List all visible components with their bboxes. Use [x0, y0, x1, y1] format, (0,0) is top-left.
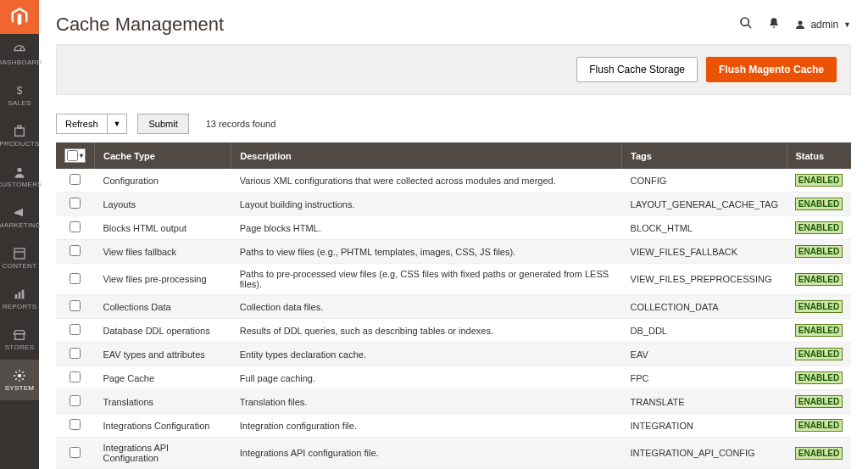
- main-content: Cache Management admin ▼ Flush Cache Sto…: [39, 0, 868, 469]
- row-checkbox[interactable]: [70, 221, 81, 232]
- cell-description: Integration configuration file.: [231, 414, 622, 438]
- caret-down-icon: ▼: [843, 20, 851, 29]
- cache-grid: ▾ Cache Type Description Tags Status Con…: [56, 142, 851, 469]
- magento-logo[interactable]: [0, 0, 39, 34]
- sidenav-label: CUSTOMERS: [0, 181, 42, 188]
- sidenav-label: STORES: [5, 343, 35, 351]
- cell-cache-type: Collections Data: [95, 295, 231, 319]
- row-checkbox[interactable]: [70, 395, 81, 406]
- sidenav-item-system[interactable]: SYSTEM: [0, 360, 39, 400]
- svg-rect-9: [15, 333, 25, 339]
- row-checkbox[interactable]: [70, 198, 81, 209]
- svg-line-12: [748, 25, 751, 28]
- col-tags[interactable]: Tags: [622, 142, 787, 169]
- cell-tags: INTEGRATION_API_CONFIG: [622, 438, 787, 469]
- sidenav-item-marketing[interactable]: MARKETING: [0, 197, 39, 237]
- status-badge: ENABLED: [795, 447, 843, 460]
- status-badge: ENABLED: [795, 395, 843, 408]
- row-checkbox[interactable]: [70, 348, 81, 359]
- table-row: View files pre-processingPaths to pre-pr…: [56, 264, 851, 295]
- sidenav-item-dashboard[interactable]: DASHBOARD: [0, 34, 39, 75]
- cell-description: Translation files.: [231, 390, 622, 414]
- cell-cache-type: Integrations Configuration: [95, 414, 231, 438]
- table-row: EAV types and attributesEntity types dec…: [56, 343, 851, 366]
- cell-cache-type: Page Cache: [95, 366, 231, 390]
- caret-down-icon: ▾: [80, 152, 83, 159]
- submit-button[interactable]: Submit: [137, 114, 188, 134]
- row-checkbox[interactable]: [70, 324, 81, 335]
- cell-cache-type: EAV types and attributes: [95, 343, 231, 366]
- svg-rect-8: [22, 289, 25, 299]
- sidenav-item-customers[interactable]: CUSTOMERS: [0, 156, 39, 197]
- table-row: Integrations API ConfigurationIntegratio…: [56, 438, 851, 469]
- sidenav-item-content[interactable]: CONTENT: [0, 237, 39, 278]
- select-all-header[interactable]: ▾: [56, 142, 95, 169]
- search-icon[interactable]: [739, 16, 753, 33]
- col-cache-type[interactable]: Cache Type: [95, 142, 231, 169]
- svg-text:$: $: [17, 85, 23, 97]
- svg-rect-4: [14, 248, 25, 259]
- table-row: LayoutsLayout building instructions.LAYO…: [56, 193, 851, 216]
- page-header: Cache Management admin ▼: [56, 0, 851, 44]
- cell-cache-type: Layouts: [95, 193, 231, 216]
- mass-action-select[interactable]: Refresh ▼: [56, 114, 127, 134]
- sidenav-item-products[interactable]: PRODUCTS: [0, 115, 39, 156]
- sidenav-label: REPORTS: [3, 303, 37, 310]
- sidenav-item-stores[interactable]: STORES: [0, 319, 39, 360]
- flush-magento-cache-button[interactable]: Flush Magento Cache: [706, 57, 837, 82]
- table-row: Blocks HTML outputPage blocks HTML.BLOCK…: [56, 216, 851, 240]
- cell-description: Collection data files.: [231, 295, 622, 319]
- row-checkbox[interactable]: [70, 174, 81, 185]
- status-badge: ENABLED: [795, 174, 843, 187]
- row-checkbox[interactable]: [70, 371, 81, 382]
- row-checkbox[interactable]: [70, 273, 81, 284]
- admin-label: admin: [810, 19, 838, 31]
- cell-tags: COLLECTION_DATA: [622, 295, 787, 319]
- cell-description: Entity types declaration cache.: [231, 343, 622, 366]
- cell-tags: VIEW_FILES_FALLBACK: [622, 240, 787, 264]
- admin-sidenav: DASHBOARD$SALESPRODUCTSCUSTOMERSMARKETIN…: [0, 0, 39, 469]
- cell-cache-type: Blocks HTML output: [95, 216, 231, 240]
- products-icon: [13, 125, 26, 138]
- status-badge: ENABLED: [795, 221, 843, 234]
- col-status[interactable]: Status: [787, 142, 851, 169]
- sidenav-label: CONTENT: [3, 262, 37, 270]
- row-checkbox[interactable]: [70, 447, 81, 458]
- mass-action-caret[interactable]: ▼: [108, 114, 128, 134]
- svg-point-11: [741, 18, 748, 25]
- status-badge: ENABLED: [795, 300, 843, 313]
- admin-account-menu[interactable]: admin ▼: [795, 19, 851, 31]
- col-description[interactable]: Description: [231, 142, 622, 169]
- cell-cache-type: Database DDL operations: [95, 319, 231, 343]
- sidenav-item-reports[interactable]: REPORTS: [0, 278, 39, 319]
- cell-description: Various XML configurations that were col…: [231, 169, 622, 193]
- row-checkbox[interactable]: [70, 419, 81, 430]
- sidenav-item-sales[interactable]: $SALES: [0, 75, 39, 115]
- user-icon: [795, 20, 805, 30]
- cell-tags: TRANSLATE: [622, 390, 787, 414]
- customers-icon: [13, 165, 26, 179]
- refresh-option[interactable]: Refresh: [56, 114, 108, 134]
- sidenav-label: SALES: [8, 99, 31, 107]
- cell-description: Paths to view files (e.g., PHTML templat…: [231, 240, 622, 264]
- row-checkbox[interactable]: [70, 245, 81, 256]
- status-badge: ENABLED: [795, 419, 843, 432]
- cell-tags: DB_DDL: [622, 319, 787, 343]
- records-count: 13 records found: [206, 119, 276, 129]
- table-row: TranslationsTranslation files.TRANSLATEE…: [56, 390, 851, 414]
- status-badge: ENABLED: [795, 371, 843, 384]
- select-all-checkbox[interactable]: [67, 150, 78, 161]
- table-row: Database DDL operationsResults of DDL qu…: [56, 319, 851, 343]
- status-badge: ENABLED: [795, 324, 843, 337]
- notifications-icon[interactable]: [768, 17, 780, 32]
- action-bar: Flush Cache Storage Flush Magento Cache: [56, 44, 851, 95]
- table-row: Page CacheFull page caching.FPCENABLED: [56, 366, 851, 390]
- cell-tags: EAV: [622, 343, 787, 366]
- svg-point-10: [18, 374, 21, 377]
- row-checkbox[interactable]: [70, 300, 81, 311]
- cell-cache-type: Translations: [95, 390, 231, 414]
- flush-cache-storage-button[interactable]: Flush Cache Storage: [576, 57, 698, 82]
- svg-point-13: [798, 21, 803, 25]
- cell-description: Page blocks HTML.: [231, 216, 622, 240]
- status-badge: ENABLED: [795, 245, 843, 258]
